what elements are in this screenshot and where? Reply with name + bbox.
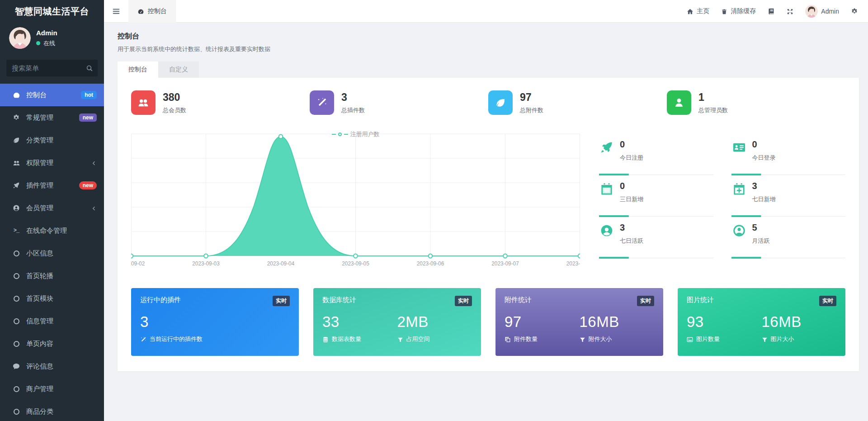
sidebar-item-general[interactable]: 常规管理 new (0, 106, 104, 129)
mini-stat-today-registered: 0 今日注册 (599, 134, 713, 175)
circle-icon (11, 251, 22, 256)
sidebar-item-category[interactable]: 分类管理 (0, 129, 104, 151)
sidebar-item-community[interactable]: 小区信息 (0, 242, 104, 265)
calendar-plus-icon (732, 182, 746, 196)
svg-text:2023-09-03: 2023-09-03 (192, 260, 220, 267)
sidebar-menu: 控制台 hot 常规管理 new 分类管理 权限管理 插件管理 new 会员管理 (0, 84, 104, 421)
sidebar-item-auth[interactable]: 权限管理 (0, 151, 104, 174)
copy-icon (505, 336, 511, 343)
home-icon (687, 7, 693, 15)
online-status-dot (36, 41, 40, 45)
sidebar-item-dashboard[interactable]: 控制台 hot (0, 84, 104, 106)
svg-text:2023-09-04: 2023-09-04 (267, 260, 295, 267)
users-icon (11, 159, 22, 167)
nav-tab-dashboard[interactable]: 控制台 (128, 0, 176, 23)
area-chart-canvas: 2023-09-02 2023-09-03 2023-09-04 2023-09… (131, 130, 580, 268)
id-card-icon (732, 141, 746, 154)
sidebar-item-merchant[interactable]: 商户管理 (0, 378, 104, 400)
hot-badge: hot (81, 91, 97, 99)
funnel-icon (762, 336, 768, 342)
tab-custom[interactable]: 自定义 (158, 61, 199, 78)
svg-text:2023-09-07: 2023-09-07 (491, 260, 519, 267)
app-title: 智慧同城生活平台 (0, 0, 104, 23)
user-menu[interactable]: Admin (805, 5, 839, 18)
svg-text:2023-09-05: 2023-09-05 (342, 260, 369, 267)
sidebar-item-home-module[interactable]: 首页模块 (0, 287, 104, 310)
realtime-badge: 实时 (273, 296, 290, 306)
leaf-icon (11, 137, 22, 144)
funnel-icon (397, 336, 403, 342)
sidebar-item-command[interactable]: >_ 在线命令管理 (0, 219, 104, 242)
circle-icon (11, 409, 22, 415)
user-icon (667, 90, 691, 115)
svg-text:2023-09-02: 2023-09-02 (131, 260, 145, 267)
dashboard-icon (137, 7, 144, 15)
circle-icon (11, 341, 22, 347)
user-circle-icon (11, 204, 22, 212)
top-navbar: 控制台 主页 清除缓存 Admin (104, 0, 868, 23)
sidebar-item-comment[interactable]: 评论信息 (0, 355, 104, 378)
new-badge: new (79, 181, 97, 189)
svg-text:2023-09-06: 2023-09-06 (417, 260, 444, 267)
user-circle-icon (600, 224, 613, 237)
funnel-icon (580, 336, 585, 342)
clear-cache-button[interactable]: 清除缓存 (721, 7, 756, 15)
sidebar-item-page[interactable]: 单页内容 (0, 332, 104, 355)
mini-stat-7day-active: 3 七日活跃 (599, 217, 713, 259)
rocket-icon (11, 182, 22, 189)
new-badge: new (79, 114, 97, 122)
sidebar-item-info[interactable]: 信息管理 (0, 310, 104, 332)
user-circle-outline-icon (732, 224, 746, 237)
user-status: 在线 (43, 39, 55, 47)
sidebar-item-addon[interactable]: 插件管理 new (0, 174, 104, 197)
circle-icon (11, 386, 22, 392)
circle-icon (11, 318, 22, 324)
sidebar-user-panel[interactable]: Admin 在线 (0, 23, 104, 54)
gears-icon (851, 7, 858, 15)
database-icon (322, 336, 329, 343)
sidebar: 智慧同城生活平台 Admin 在线 控制台 hot 常规管理 new 分类管理 … (0, 0, 104, 421)
home-link[interactable]: 主页 (687, 7, 709, 15)
sidebar-item-member[interactable]: 会员管理 (0, 197, 104, 219)
settings-button[interactable] (851, 7, 858, 15)
card-image-stats: 图片统计 实时 93 图片数量 16MB 图片大小 (678, 288, 845, 356)
docs-button[interactable] (768, 7, 775, 15)
content-tabs: 控制台 自定义 (118, 61, 859, 78)
user-name: Admin (36, 29, 57, 37)
stat-total-admins: 1 总管理员数 (667, 90, 845, 115)
registered-users-chart: 注册用户数 (131, 130, 580, 268)
circle-icon (11, 273, 22, 279)
realtime-badge: 实时 (637, 296, 654, 306)
comment-icon (11, 363, 22, 370)
mini-stat-today-logins: 0 今日登录 (731, 134, 846, 175)
stat-total-addons: 3 总插件数 (310, 90, 488, 115)
tab-dashboard[interactable]: 控制台 (118, 61, 158, 78)
card-database-stats: 数据库统计 实时 33 数据表数量 2MB 占用空间 (313, 288, 481, 356)
sidebar-item-goods-category[interactable]: 商品分类 (0, 400, 104, 421)
mini-stat-7day-new: 3 七日新增 (731, 175, 846, 217)
gears-icon (11, 114, 22, 121)
stats-row: 380 总会员数 3 总插件数 97 总附件数 (131, 90, 845, 115)
calendar-icon (600, 182, 613, 196)
book-icon (768, 7, 775, 15)
mini-stats-grid: 0 今日注册 0 今日登录 0 (599, 130, 845, 268)
magic-wand-icon (310, 90, 334, 115)
x-axis-labels: 2023-09-02 2023-09-03 2023-09-04 2023-09… (131, 260, 580, 267)
page-subtitle: 用于展示当前系统中的统计数据、统计报表及重要实时数据 (118, 45, 859, 53)
fullscreen-button[interactable] (787, 7, 793, 15)
users-group-icon (131, 90, 156, 115)
image-icon (687, 336, 693, 343)
legend-label: 注册用户数 (350, 130, 380, 138)
realtime-cards-row: 运行中的插件 实时 3 当前运行中的插件数 数据库统计 实时 3 (131, 288, 845, 356)
expand-icon (787, 7, 793, 15)
sidebar-item-home-carousel[interactable]: 首页轮播 (0, 265, 104, 287)
search-icon (86, 64, 93, 72)
search-input[interactable] (6, 60, 98, 76)
rocket-icon (600, 141, 613, 154)
chevron-left-icon (91, 205, 97, 212)
stat-total-members: 380 总会员数 (131, 90, 310, 115)
sidebar-toggle-button[interactable] (104, 0, 128, 23)
svg-text:2023-09-08: 2023-09-08 (566, 260, 580, 267)
realtime-badge: 实时 (819, 296, 836, 306)
chart-legend[interactable]: 注册用户数 (131, 130, 580, 138)
